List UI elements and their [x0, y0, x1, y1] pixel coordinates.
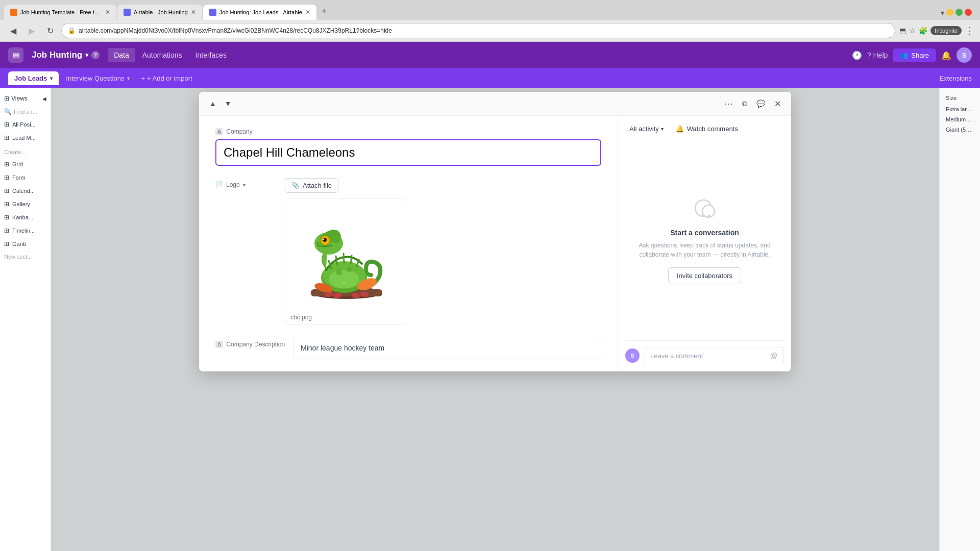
interview-questions-dropdown-icon[interactable]: ▾: [127, 76, 130, 81]
gantt-icon: ⊞: [4, 240, 9, 247]
app-header: ▤ Job Hunting ▾ ? Data Automations Inter…: [0, 42, 980, 68]
invite-collaborators-button[interactable]: Invite collaborators: [668, 267, 741, 284]
cast-button[interactable]: ⬒: [899, 27, 906, 35]
tab-3-close[interactable]: ✕: [305, 9, 310, 16]
back-button[interactable]: ◀: [6, 23, 20, 38]
nav-interfaces-button[interactable]: Interfaces: [189, 48, 233, 62]
history-button[interactable]: 🕐: [852, 51, 862, 60]
modal-topbar: ▲ ▼ ⋯ ⧉ 💬 ✕: [199, 92, 791, 116]
help-button[interactable]: ? Help: [867, 51, 888, 59]
image-filename: chc.png: [285, 311, 407, 324]
record-modal: ▲ ▼ ⋯ ⧉ 💬 ✕: [199, 92, 791, 371]
sidebar-item-gantt[interactable]: ⊞ Gantt: [0, 238, 51, 250]
sidebar-item-kanban[interactable]: ⊞ Kanba...: [0, 211, 51, 223]
collapse-icon[interactable]: ◀: [42, 96, 46, 102]
window-minimize[interactable]: [946, 9, 953, 16]
right-panel: Size Extra large (100-... Medium (10-50-…: [939, 88, 980, 551]
company-name-input[interactable]: [215, 139, 601, 166]
comment-area: S Leave a comment @: [625, 340, 784, 364]
sidebar-item-lead-map[interactable]: ⊞ Lead M...: [0, 132, 51, 144]
modal-activity-sidebar: All activity ▾ 🔔 Watch comments: [618, 116, 791, 371]
modal-main-content: A Company 📄 Logo ▾: [199, 116, 618, 371]
tab-3[interactable]: Job Hunting: Job Leads - Airtable ✕: [203, 5, 316, 20]
search-icon: 🔍: [4, 108, 12, 115]
extensions-button[interactable]: 🧩: [919, 27, 927, 35]
description-input[interactable]: Minor league hockey team: [293, 337, 601, 359]
modal-actions: ⋯ ⧉ 💬 ✕: [721, 96, 784, 111]
views-header: ⊞ Views ◀: [0, 92, 51, 105]
modal-nav-down-button[interactable]: ▼: [222, 97, 235, 110]
image-card[interactable]: chc.png: [285, 198, 407, 324]
app-tab-bar: Job Leads ▾ Interview Questions ▾ + + Ad…: [0, 68, 980, 88]
tab-2-close[interactable]: ✕: [191, 9, 196, 16]
sidebar-new-section[interactable]: New sect...: [0, 251, 51, 262]
window-maximize[interactable]: [955, 9, 963, 16]
user-avatar[interactable]: S: [957, 47, 972, 63]
tab-1-title: Job Hunting Template - Free to ...: [20, 9, 102, 15]
tab-1[interactable]: Job Hunting Template - Free to ... ✕: [4, 5, 116, 20]
extensions-label[interactable]: Extensions: [939, 74, 972, 82]
modal-more-button[interactable]: ⋯: [721, 96, 736, 111]
modal-overlay: ▲ ▼ ⋯ ⧉ 💬 ✕: [51, 88, 939, 551]
chrome-menu-button[interactable]: ⋮: [965, 25, 974, 36]
right-panel-size-label: Size: [944, 92, 976, 104]
timeline-icon: ⊞: [4, 227, 9, 234]
modal-nav-up-button[interactable]: ▲: [206, 97, 219, 110]
views-icon: ⊞: [4, 95, 9, 102]
at-mention-icon[interactable]: @: [770, 352, 777, 360]
tab-chevron-down[interactable]: ▾: [941, 9, 944, 17]
sidebar-item-grid[interactable]: ⊞ Grid: [0, 158, 51, 170]
browser-chrome: Job Hunting Template - Free to ... ✕ Air…: [0, 0, 980, 42]
logo-dropdown-icon[interactable]: ▾: [243, 182, 246, 188]
share-button[interactable]: 👥 Share: [893, 48, 936, 62]
forward-button[interactable]: ▶: [24, 23, 39, 38]
reload-button[interactable]: ↻: [43, 23, 57, 38]
add-tab-button[interactable]: + + Add or import: [137, 72, 196, 84]
activity-filter-button[interactable]: All activity ▾: [625, 123, 668, 135]
sidebar-item-calendar[interactable]: ⊞ Calend...: [0, 185, 51, 197]
right-panel-extra-large[interactable]: Extra large (100-...: [944, 104, 976, 114]
sidebar-item-timeline[interactable]: ⊞ Timelin...: [0, 224, 51, 237]
sidebar: ⊞ Views ◀ 🔍 Find a r... ⊞ All Posi... ⊞ …: [0, 88, 51, 551]
right-panel-medium[interactable]: Medium (10-50-...: [944, 114, 976, 124]
bookmark-button[interactable]: ☆: [909, 27, 916, 35]
search-placeholder: Find a r...: [14, 109, 37, 115]
window-close[interactable]: [965, 9, 972, 16]
watch-comments-button[interactable]: 🔔 Watch comments: [672, 123, 742, 135]
app-title[interactable]: Job Hunting ▾ ?: [32, 50, 100, 60]
tab-3-title: Job Hunting: Job Leads - Airtable: [219, 9, 302, 15]
calendar-icon: ⊞: [4, 187, 9, 194]
job-leads-dropdown-icon[interactable]: ▾: [50, 76, 53, 81]
svg-point-8: [329, 270, 359, 288]
new-tab-button[interactable]: +: [317, 4, 331, 19]
content-area: ▲ ▼ ⋯ ⧉ 💬 ✕: [51, 88, 939, 551]
modal-close-button[interactable]: ✕: [771, 97, 784, 111]
tab-2[interactable]: Airtable - Job Hunting ✕: [117, 5, 202, 20]
modal-copy-button[interactable]: ⧉: [739, 97, 750, 110]
app-nav: Data Automations Interfaces: [108, 48, 233, 62]
tab-interview-questions[interactable]: Interview Questions ▾: [60, 71, 136, 85]
nav-automations-button[interactable]: Automations: [136, 48, 188, 62]
company-field-icon: A: [215, 128, 223, 135]
conversation-desc: Ask questions, keep track of status upda…: [635, 241, 774, 259]
comment-input[interactable]: Leave a comment @: [644, 347, 784, 364]
notifications-button[interactable]: 🔔: [941, 51, 951, 60]
description-field-label: A Company Description: [215, 337, 285, 348]
nav-data-button[interactable]: Data: [108, 48, 135, 62]
sidebar-search[interactable]: 🔍 Find a r...: [0, 106, 51, 117]
conversation-placeholder: Start a conversation Ask questions, keep…: [625, 141, 784, 340]
svg-point-16: [336, 269, 342, 276]
sidebar-item-form[interactable]: ⊞ Form: [0, 171, 51, 184]
svg-point-13: [323, 239, 325, 240]
modal-comment-button[interactable]: 💬: [753, 97, 768, 110]
tab-job-leads[interactable]: Job Leads ▾: [8, 71, 59, 85]
right-panel-giant[interactable]: Giant (500+...): [944, 124, 976, 135]
svg-point-18: [342, 281, 346, 285]
address-text: airtable.com/appNMajdd0Nt3vo0X/tblNp0Vns…: [79, 27, 392, 34]
sidebar-item-gallery[interactable]: ⊞ Gallery: [0, 198, 51, 210]
address-bar[interactable]: 🔒 airtable.com/appNMajdd0Nt3vo0X/tblNp0V…: [61, 23, 895, 38]
address-bar-row: ◀ ▶ ↻ 🔒 airtable.com/appNMajdd0Nt3vo0X/t…: [0, 20, 980, 42]
attach-file-button[interactable]: 📎 Attach file: [285, 178, 338, 193]
sidebar-item-all-positions[interactable]: ⊞ All Posi...: [0, 118, 51, 131]
tab-1-close[interactable]: ✕: [105, 9, 110, 16]
